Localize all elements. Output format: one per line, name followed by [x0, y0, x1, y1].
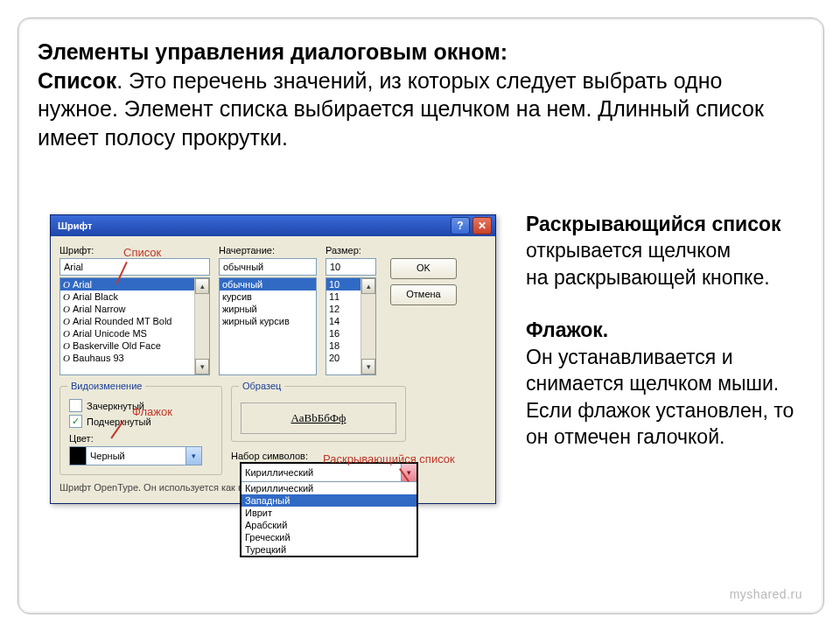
list-item[interactable]: OArial	[60, 278, 209, 290]
close-button[interactable]: ✕	[472, 217, 492, 234]
list-item[interactable]: жирный курсив	[220, 315, 316, 327]
size-listbox[interactable]: 10 11 12 14 16 18 20 ▴ ▾	[326, 277, 376, 375]
underline-label: Подчеркнутый	[87, 416, 151, 427]
color-label: Цвет:	[69, 433, 213, 444]
sample-legend: Образец	[239, 381, 284, 391]
help-button[interactable]: ?	[451, 217, 470, 234]
effects-group: Видоизменение Зачеркнутый ✓ Подчеркнутый…	[60, 386, 222, 475]
right-p1-rest: открывается щелчком	[526, 239, 731, 262]
list-item[interactable]: Западный	[242, 494, 416, 507]
sample-group: Образец АаBbБбФф	[231, 386, 406, 442]
style-column: Начертание: обычный обычный курсив жирны…	[219, 245, 317, 375]
font-column: Шрифт: Arial OArial OArial Black OArial …	[60, 245, 210, 375]
right-p2-rest: Он устанавливается и снимается щелчком м…	[526, 346, 794, 448]
slide-frame: Элементы управления диалоговым окном: Сп…	[18, 18, 824, 614]
list-item[interactable]: OBauhaus 93	[60, 352, 209, 364]
scroll-up-icon[interactable]: ▴	[361, 278, 375, 294]
list-item[interactable]: Греческий	[242, 531, 416, 543]
buttons-column: OK Отмена	[385, 245, 457, 375]
right-p1-line2: на раскрывающей кнопке.	[526, 266, 770, 289]
size-input[interactable]: 10	[326, 258, 376, 276]
style-listbox[interactable]: обычный курсив жирный жирный курсив	[219, 277, 317, 375]
list-item[interactable]: OArial Rounded MT Bold	[60, 315, 209, 327]
font-input[interactable]: Arial	[60, 258, 210, 276]
list-item[interactable]: OArial Unicode MS	[60, 327, 209, 340]
underline-checkbox[interactable]: ✓	[69, 415, 82, 428]
style-input[interactable]: обычный	[219, 258, 317, 276]
list-item[interactable]: курсив	[220, 290, 316, 303]
right-p1-bold: Раскрывающийся список	[526, 213, 781, 235]
cancel-button[interactable]: Отмена	[390, 284, 457, 305]
chevron-down-icon[interactable]: ▾	[186, 447, 201, 465]
font-scrollbar[interactable]: ▴ ▾	[194, 278, 209, 374]
list-item[interactable]: Турецкий	[242, 543, 416, 556]
charset-label: Набор символов:	[231, 451, 406, 461]
ok-button[interactable]: OK	[390, 258, 457, 279]
list-item[interactable]: OArial Narrow	[60, 303, 209, 315]
charset-selected: Кириллический	[242, 464, 401, 481]
font-dialog: Шрифт ? ✕ Шрифт: Arial OArial OArial Bla…	[50, 214, 496, 504]
color-dropdown[interactable]: Черный ▾	[69, 446, 202, 466]
heading-line2-bold: Список	[38, 68, 116, 93]
charset-dropdown-open[interactable]: Кириллический ▾ Кириллический Западный И…	[240, 462, 418, 557]
sample-text: АаBbБбФф	[241, 402, 396, 434]
scroll-down-icon[interactable]: ▾	[361, 359, 375, 374]
size-scrollbar[interactable]: ▴ ▾	[360, 278, 375, 374]
list-item[interactable]: OArial Black	[60, 290, 209, 303]
dialog-title: Шрифт	[58, 220, 92, 231]
list-item[interactable]: Арабский	[242, 519, 416, 531]
effects-legend: Видоизменение	[67, 381, 145, 391]
strike-check-row[interactable]: Зачеркнутый	[69, 399, 213, 412]
list-item[interactable]: Иврит	[242, 507, 416, 519]
style-label: Начертание:	[219, 245, 317, 256]
underline-check-row[interactable]: ✓ Подчеркнутый	[69, 415, 213, 428]
scroll-up-icon[interactable]: ▴	[195, 278, 209, 294]
titlebar[interactable]: Шрифт ? ✕	[51, 215, 495, 236]
list-item[interactable]: обычный	[220, 278, 316, 290]
list-item[interactable]: Кириллический	[242, 482, 416, 494]
scroll-down-icon[interactable]: ▾	[195, 359, 209, 374]
heading-line1: Элементы управления диалоговым окном:	[38, 39, 508, 64]
font-label: Шрифт:	[60, 245, 210, 256]
list-item[interactable]: OBaskerville Old Face	[60, 340, 209, 352]
strike-label: Зачеркнутый	[87, 401, 144, 411]
color-swatch	[70, 447, 87, 465]
color-value: Черный	[87, 447, 186, 465]
size-column: Размер: 10 10 11 12 14 16 18 20 ▴ ▾	[326, 245, 376, 375]
list-item[interactable]: жирный	[220, 303, 316, 315]
font-listbox[interactable]: OArial OArial Black OArial Narrow OArial…	[60, 277, 210, 375]
strike-checkbox[interactable]	[69, 399, 82, 412]
size-label: Размер:	[326, 245, 376, 256]
chevron-down-icon[interactable]: ▾	[401, 464, 416, 481]
right-explanation: Раскрывающийся список открывается щелчко…	[526, 211, 806, 450]
heading-text: Элементы управления диалоговым окном: Сп…	[18, 18, 823, 151]
heading-line2-rest: . Это перечень значений, из которых след…	[38, 68, 764, 150]
right-p2-bold: Флажок.	[526, 318, 608, 341]
watermark: myshared.ru	[730, 587, 802, 601]
